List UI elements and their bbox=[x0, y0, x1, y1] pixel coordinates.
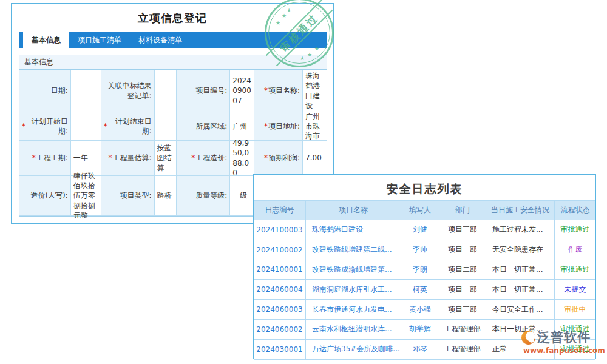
log-no-link[interactable]: 2024060002 bbox=[256, 325, 302, 334]
field-value-cost-words: 肆仟玖佰玖拾伍万零捌拾捌元整 bbox=[71, 176, 101, 216]
required-mark: * bbox=[264, 86, 268, 95]
col-header-safety-status[interactable]: 当日施工安全情况 bbox=[486, 201, 555, 220]
field-label-bid-result: 关联中标结果登记单: bbox=[101, 70, 155, 112]
form-row: *计划开始日期: *计划结束日期: 所属区域: 广州 *项目地址: 广州市珠海市 bbox=[19, 112, 327, 141]
status-badge: 审批通过 bbox=[561, 224, 590, 235]
field-value-expected-profit: 7.00 bbox=[303, 141, 327, 176]
writer-link[interactable]: 刘健 bbox=[413, 224, 427, 235]
field-value-plan-start bbox=[71, 112, 101, 141]
status-badge: 审批中 bbox=[565, 305, 586, 315]
status-badge: 未提交 bbox=[565, 285, 586, 295]
field-label-region: 所属区域: bbox=[177, 112, 230, 141]
field-label-plan-end: *计划结束日期: bbox=[101, 112, 155, 141]
vendor-logo: 泛普软件 www.fanpusoft.com bbox=[521, 329, 605, 358]
department-cell: 项目三部 bbox=[439, 220, 486, 240]
safety-status-cell: 本日一切正常... bbox=[486, 260, 555, 280]
department-cell: 项目二部 bbox=[439, 260, 486, 280]
writer-link[interactable]: 胡学辉 bbox=[409, 324, 431, 334]
field-label-date: 日期: bbox=[19, 70, 71, 112]
field-value-region: 广州 bbox=[230, 112, 254, 141]
field-label-duration: *工程工期: bbox=[19, 141, 71, 176]
field-label-quantity-estimate: *工程量估算: bbox=[101, 141, 155, 176]
vendor-name: 泛普软件 bbox=[537, 329, 591, 346]
writer-link[interactable]: 柯英 bbox=[413, 285, 427, 295]
col-header-project-name[interactable]: 项目名称 bbox=[306, 201, 401, 220]
field-value-project-name: 珠海鹤港口建设 bbox=[303, 70, 327, 112]
field-label-address: *项目地址: bbox=[254, 112, 303, 141]
project-name-link[interactable]: 改建铁路成渝线增建第... bbox=[312, 265, 392, 275]
field-label-project-type: 项目类型: bbox=[101, 176, 155, 216]
field-value-date bbox=[71, 70, 101, 112]
field-label-plan-start: *计划开始日期: bbox=[19, 112, 71, 141]
form-row: *工程工期: 一年 *工程量估算: 按蓝图结算 *工程造价: 49,950,08… bbox=[19, 141, 327, 176]
table-row: 2024100001 改建铁路成渝线增建第... 李朗 项目二部 本日一切正常.… bbox=[254, 260, 595, 280]
field-value-plan-end bbox=[155, 112, 177, 141]
field-label-cost-words: 造价(大写): bbox=[19, 176, 71, 216]
field-value-address: 广州市珠海市 bbox=[303, 112, 327, 141]
fanpu-swirl-icon bbox=[521, 330, 536, 345]
log-no-link[interactable]: 2024100003 bbox=[256, 226, 302, 234]
department-cell: 工程管理部 bbox=[439, 340, 486, 359]
required-mark: * bbox=[264, 121, 268, 131]
table-row: 2024100002 改建铁路线增建第二线... 李帅 项目一部 无安全隐患存在… bbox=[254, 240, 595, 260]
writer-link[interactable]: 李朗 bbox=[413, 265, 427, 275]
log-no-link[interactable]: 2024030001 bbox=[256, 345, 302, 354]
col-header-flow-status[interactable]: 流程状态 bbox=[555, 201, 595, 220]
project-name-link[interactable]: 珠海鹤港口建设 bbox=[312, 224, 363, 235]
safety-status-cell: 今日安全工作... bbox=[486, 300, 555, 319]
tab-basic-info[interactable]: 基本信息 bbox=[23, 32, 69, 48]
form-row: 日期: 关联中标结果登记单: 项目编号: 2024090007 *项目名称: 珠… bbox=[19, 70, 327, 112]
required-mark: * bbox=[264, 153, 268, 163]
log-no-link[interactable]: 2024060003 bbox=[256, 305, 302, 314]
field-value-quality-grade: 一级 bbox=[230, 176, 254, 216]
required-mark: * bbox=[104, 121, 107, 131]
field-value-bid-result bbox=[155, 70, 177, 112]
department-cell: 项目一部 bbox=[439, 280, 486, 299]
table-header-row: 日志编号 项目名称 填写人 部门 当日施工安全情况 流程状态 bbox=[254, 200, 595, 220]
department-cell: 项目三部 bbox=[439, 300, 486, 319]
safety-status-cell: 施工过程未发... bbox=[486, 220, 555, 240]
tab-bar: 基本信息 项目施工清单 材料设备清单 bbox=[19, 32, 327, 48]
writer-link[interactable]: 黄小强 bbox=[409, 305, 431, 315]
status-badge: 作废 bbox=[568, 244, 583, 255]
required-mark: * bbox=[32, 153, 36, 163]
safety-status-cell: 无安全隐患存在 bbox=[486, 240, 555, 260]
required-mark: * bbox=[191, 153, 195, 163]
field-value-project-no: 2024090007 bbox=[230, 70, 254, 112]
tab-construction-list[interactable]: 项目施工清单 bbox=[69, 32, 130, 48]
tab-material-equipment-list[interactable]: 材料设备清单 bbox=[130, 32, 191, 48]
writer-link[interactable]: 邓琴 bbox=[413, 344, 427, 354]
section-header: 基本信息 bbox=[19, 55, 327, 69]
log-no-link[interactable]: 2024060004 bbox=[256, 285, 302, 294]
project-name-link[interactable]: 长春市伊通河水力发电... bbox=[312, 305, 392, 315]
table-row: 2024060004 湖南洞庭湖水库引水工... 柯英 项目一部 本日一切正常.… bbox=[254, 280, 595, 300]
col-header-log-no[interactable]: 日志编号 bbox=[254, 201, 306, 220]
field-label-project-no: 项目编号: bbox=[177, 70, 230, 112]
status-badge: 审批通过 bbox=[561, 265, 590, 275]
safety-status-cell: 本日一切正常... bbox=[486, 280, 555, 299]
field-value-project-type: 路桥 bbox=[155, 176, 177, 216]
department-cell: 工程管理部 bbox=[439, 320, 486, 339]
field-value-quantity-estimate: 按蓝图结算 bbox=[155, 141, 177, 176]
col-header-department[interactable]: 部门 bbox=[439, 201, 486, 220]
log-no-link[interactable]: 2024100001 bbox=[256, 265, 302, 274]
writer-link[interactable]: 李帅 bbox=[413, 244, 427, 255]
required-mark: * bbox=[22, 121, 25, 131]
page-title: 立项信息登记 bbox=[12, 11, 333, 25]
project-name-link[interactable]: 万达广场35#会所及咖啡... bbox=[312, 344, 400, 354]
field-label-quality-grade: 质量等级: bbox=[177, 176, 230, 216]
col-header-writer[interactable]: 填写人 bbox=[401, 201, 439, 220]
vendor-url: www.fanpusoft.com bbox=[521, 346, 605, 355]
field-value-project-cost: 49,950,088.00 bbox=[230, 141, 254, 176]
safety-log-title: 安全日志列表 bbox=[254, 181, 595, 197]
table-row: 2024060003 长春市伊通河水力发电... 黄小强 项目三部 今日安全工作… bbox=[254, 300, 595, 320]
department-cell: 项目一部 bbox=[439, 240, 486, 260]
project-name-link[interactable]: 湖南洞庭湖水库引水工... bbox=[312, 285, 392, 295]
project-name-link[interactable]: 云南水利枢纽潜明水库... bbox=[312, 324, 392, 334]
field-label-project-name: *项目名称: bbox=[254, 70, 303, 112]
project-name-link[interactable]: 改建铁路线增建第二线... bbox=[312, 244, 392, 255]
required-mark: * bbox=[109, 153, 112, 163]
field-label-expected-profit: *预期利润: bbox=[254, 141, 303, 176]
log-no-link[interactable]: 2024100002 bbox=[256, 246, 302, 254]
table-row: 2024100003 珠海鹤港口建设 刘健 项目三部 施工过程未发... 审批通… bbox=[254, 220, 595, 240]
